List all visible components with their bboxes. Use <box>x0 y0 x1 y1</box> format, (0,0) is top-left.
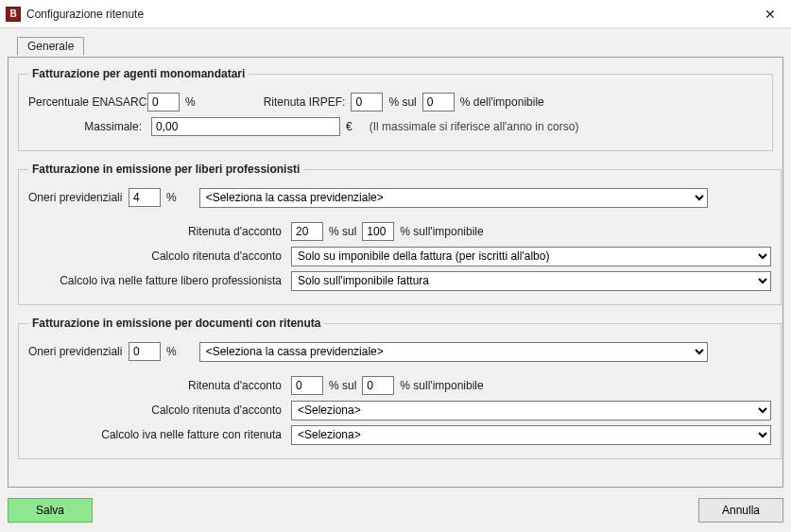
client-area: Generale Fatturazione per agenti monoman… <box>0 28 791 532</box>
ritacconto-label-2: Ritenuta d'acconto <box>28 225 285 238</box>
footer: Salva Annulla <box>8 498 783 523</box>
ritacconto-base-input-3[interactable] <box>362 376 394 395</box>
group-ritenuta-legend: Fatturazione in emissione per documenti … <box>28 317 324 330</box>
oneri-label-3: Oneri previdenziali <box>28 345 123 358</box>
irpef-label: Ritenuta IRPEF: <box>264 95 346 109</box>
oneri-percent-3: % <box>166 345 177 358</box>
save-button[interactable]: Salva <box>8 498 93 523</box>
cancel-button[interactable]: Annulla <box>698 498 783 523</box>
ritacconto-sull-imponibile-2: % sull'imponibile <box>400 225 483 238</box>
group-professionisti-legend: Fatturazione in emissione per liberi pro… <box>28 163 303 176</box>
calcolo-rit-select-2[interactable]: Solo su imponibile della fattura (per is… <box>291 247 771 266</box>
calcolo-rit-label-3: Calcolo ritenuta d'acconto <box>28 403 285 417</box>
calcolo-iva-select-2[interactable]: Solo sull'imponibile fattura <box>291 271 771 291</box>
group-agenti-legend: Fatturazione per agenti monomandatari <box>28 67 249 80</box>
ritacconto-input-3[interactable] <box>291 376 323 395</box>
oneri-input-3[interactable] <box>129 342 161 361</box>
close-icon[interactable]: ✕ <box>749 0 791 28</box>
ritacconto-percent-sul-3: % sul <box>329 379 356 392</box>
irpef-input[interactable] <box>351 93 383 112</box>
enasarco-percent: % <box>185 95 196 109</box>
app-icon: B <box>6 7 21 22</box>
massimale-label: Massimale: <box>28 120 146 133</box>
tabstrip: Generale <box>17 36 783 57</box>
group-ritenuta: Fatturazione in emissione per documenti … <box>18 317 782 459</box>
tab-generale[interactable]: Generale <box>17 37 84 56</box>
calcolo-rit-label-2: Calcolo ritenuta d'acconto <box>28 249 285 263</box>
tab-panel: Fatturazione per agenti monomandatari Pe… <box>8 57 783 488</box>
calcolo-rit-select-3[interactable]: <Seleziona> <box>291 401 771 420</box>
enasarco-input[interactable] <box>147 93 180 112</box>
calcolo-iva-label-2: Calcolo iva nelle fatture libero profess… <box>28 274 285 287</box>
calcolo-iva-label-3: Calcolo iva nelle fatture con ritenuta <box>28 428 285 441</box>
window-title: Configurazione ritenute <box>26 8 144 21</box>
euro-symbol: € <box>346 120 353 133</box>
ritacconto-percent-sul-2: % sul <box>329 225 356 238</box>
calcolo-iva-select-3[interactable]: <Seleziona> <box>291 425 771 445</box>
group-agenti: Fatturazione per agenti monomandatari Pe… <box>18 67 773 151</box>
irpef-percent-imponibile: % dell'imponibile <box>460 95 544 109</box>
group-professionisti: Fatturazione in emissione per liberi pro… <box>18 163 782 305</box>
cassa-select-3[interactable]: <Seleziona la cassa previdenziale> <box>199 342 708 362</box>
ritacconto-base-input-2[interactable] <box>362 222 394 241</box>
titlebar: B Configurazione ritenute ✕ <box>0 0 791 28</box>
ritacconto-input-2[interactable] <box>291 222 323 241</box>
ritacconto-label-3: Ritenuta d'acconto <box>28 379 285 392</box>
massimale-input[interactable] <box>151 117 340 136</box>
cassa-select-2[interactable]: <Seleziona la cassa previdenziale> <box>199 188 708 208</box>
oneri-input-2[interactable] <box>129 188 161 207</box>
oneri-label-2: Oneri previdenziali <box>28 191 123 204</box>
irpef-base-input[interactable] <box>422 93 455 112</box>
oneri-percent-2: % <box>166 191 177 204</box>
massimale-note: (Il massimale si riferisce all'anno in c… <box>370 120 579 133</box>
irpef-percent-sul: % sul <box>388 95 416 109</box>
enasarco-label: Percentuale ENASARCO: <box>28 95 142 109</box>
ritacconto-sull-imponibile-3: % sull'imponibile <box>400 379 483 392</box>
